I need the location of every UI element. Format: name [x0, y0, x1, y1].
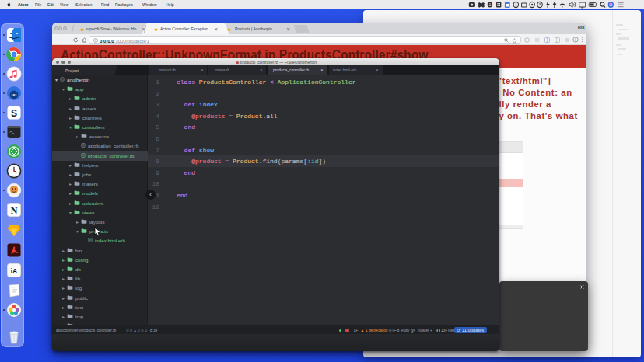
svg-text:S: S: [11, 108, 17, 119]
svg-text:iA: iA: [11, 267, 18, 275]
svg-text:>_: >_: [9, 130, 15, 134]
svg-text:1: 1: [488, 2, 491, 7]
svg-text:N: N: [11, 205, 18, 216]
